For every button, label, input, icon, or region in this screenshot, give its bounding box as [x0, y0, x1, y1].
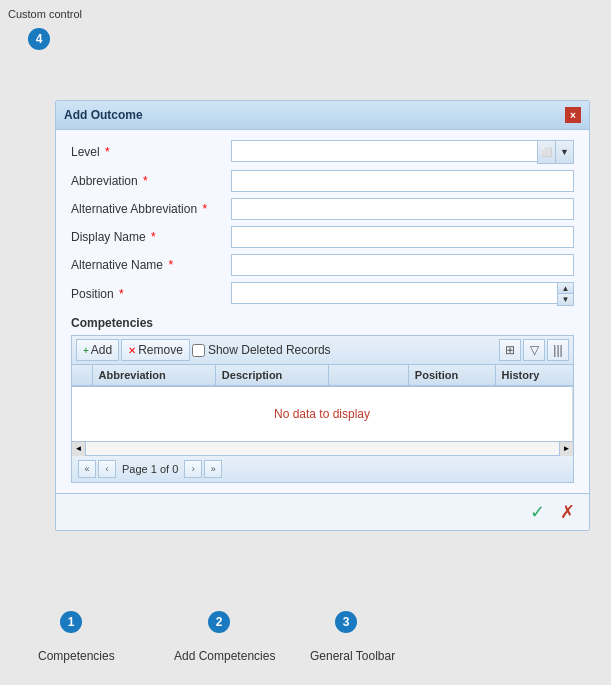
remove-competency-button[interactable]: ✕ Remove: [121, 339, 190, 361]
scroll-left-button[interactable]: ◄: [72, 442, 86, 456]
position-spin-down[interactable]: ▼: [557, 294, 573, 305]
competencies-table: Abbreviation Description Position Histor…: [72, 365, 573, 441]
badge-label-competencies: Competencies: [38, 649, 115, 663]
position-spin-up[interactable]: ▲: [557, 283, 573, 294]
level-row: Level * ⬜ ▼: [71, 140, 574, 164]
show-deleted-checkbox[interactable]: [192, 344, 205, 357]
th-spacer: [328, 365, 408, 386]
horizontal-scrollbar[interactable]: ◄ ►: [71, 442, 574, 456]
abbreviation-label: Abbreviation *: [71, 174, 231, 188]
alt-abbreviation-label: Alternative Abbreviation *: [71, 202, 231, 216]
badge-3: 3: [335, 611, 357, 633]
level-expand-btn[interactable]: ⬜: [537, 141, 555, 163]
remove-icon: ✕: [128, 345, 136, 356]
position-row: Position * ▲ ▼: [71, 282, 574, 306]
th-position: Position: [408, 365, 495, 386]
add-competency-button[interactable]: + Add: [76, 339, 119, 361]
dialog-footer: ✓ ✗: [56, 493, 589, 530]
alt-abbreviation-input[interactable]: [231, 198, 574, 220]
th-selector: [72, 365, 92, 386]
competencies-section: Competencies + Add ✕ Remove Show Deleted…: [71, 316, 574, 483]
table-header-row: Abbreviation Description Position Histor…: [72, 365, 573, 386]
position-label: Position *: [71, 287, 231, 301]
no-data-row: No data to display: [72, 386, 573, 441]
grid-settings-button[interactable]: ⊞: [499, 339, 521, 361]
badge-label-general-toolbar: General Toolbar: [310, 649, 395, 663]
alternative-name-input[interactable]: [231, 254, 574, 276]
competencies-grid: Abbreviation Description Position Histor…: [71, 364, 574, 442]
th-description: Description: [215, 365, 328, 386]
level-label: Level *: [71, 145, 231, 159]
alt-abbreviation-row: Alternative Abbreviation *: [71, 198, 574, 220]
dialog-title: Add Outcome: [64, 108, 143, 122]
page-info: Page 1 of 0: [122, 463, 178, 475]
add-icon: +: [83, 345, 89, 356]
alternative-name-label: Alternative Name *: [71, 258, 231, 272]
abbreviation-row: Abbreviation *: [71, 170, 574, 192]
pagination-bar: « ‹ Page 1 of 0 › »: [71, 456, 574, 483]
position-input[interactable]: [231, 282, 557, 304]
page-wrapper: Custom control 4 Add Outcome × Level * ⬜…: [0, 0, 611, 685]
no-data-cell: No data to display: [72, 386, 573, 441]
dialog-body: Level * ⬜ ▼ Abbreviation *: [56, 130, 589, 493]
alternative-name-row: Alternative Name *: [71, 254, 574, 276]
last-page-button[interactable]: »: [204, 460, 222, 478]
prev-page-button[interactable]: ‹: [98, 460, 116, 478]
close-button[interactable]: ×: [565, 107, 581, 123]
display-name-input[interactable]: [231, 226, 574, 248]
custom-control-label: Custom control: [8, 8, 82, 20]
add-outcome-dialog: Add Outcome × Level * ⬜ ▼: [55, 100, 590, 531]
level-input[interactable]: [231, 140, 537, 162]
cancel-button[interactable]: ✗: [555, 500, 579, 524]
badge-2: 2: [208, 611, 230, 633]
grid-toolbar: + Add ✕ Remove Show Deleted Records ⊞ ▽ …: [71, 335, 574, 364]
display-name-label: Display Name *: [71, 230, 231, 244]
competencies-title: Competencies: [71, 316, 574, 330]
scroll-track[interactable]: [86, 442, 559, 455]
level-input-group: ⬜ ▼: [231, 140, 574, 164]
first-page-button[interactable]: «: [78, 460, 96, 478]
abbreviation-input[interactable]: [231, 170, 574, 192]
position-input-group: ▲ ▼: [231, 282, 574, 306]
badge-4: 4: [28, 28, 50, 50]
badge-1: 1: [60, 611, 82, 633]
columns-button[interactable]: |||: [547, 339, 569, 361]
display-name-row: Display Name *: [71, 226, 574, 248]
th-history: History: [495, 365, 573, 386]
dialog-header: Add Outcome ×: [56, 101, 589, 130]
badge-label-add-competencies: Add Competencies: [174, 649, 275, 663]
next-page-button[interactable]: ›: [184, 460, 202, 478]
show-deleted-label: Show Deleted Records: [192, 343, 331, 357]
filter-button[interactable]: ▽: [523, 339, 545, 361]
level-dropdown-btn[interactable]: ▼: [555, 141, 573, 163]
scroll-right-button[interactable]: ►: [559, 442, 573, 456]
ok-button[interactable]: ✓: [525, 500, 549, 524]
th-abbreviation: Abbreviation: [92, 365, 215, 386]
